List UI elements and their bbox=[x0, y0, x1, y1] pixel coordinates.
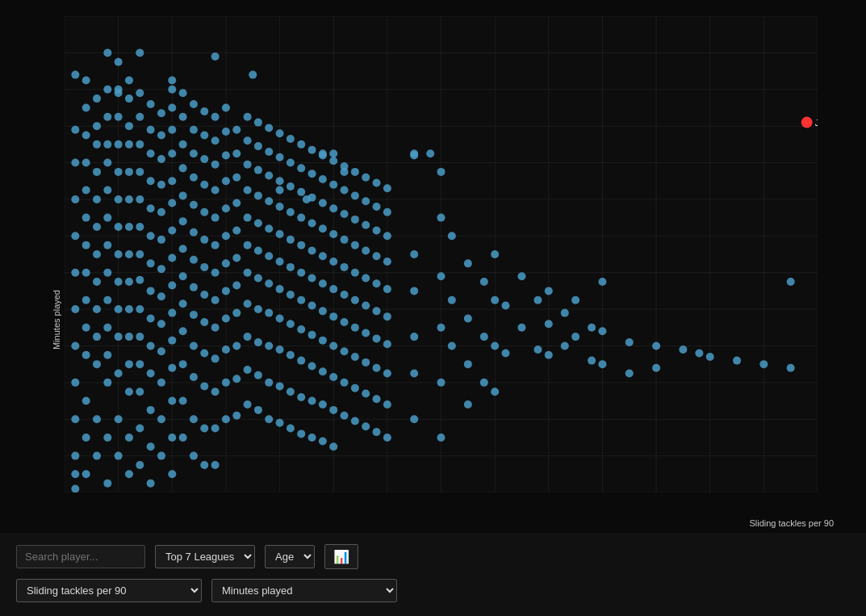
svg-point-127 bbox=[125, 94, 133, 103]
svg-point-471 bbox=[733, 357, 741, 365]
svg-point-115 bbox=[115, 113, 123, 121]
svg-point-62 bbox=[71, 195, 79, 203]
svg-point-342 bbox=[308, 246, 316, 254]
svg-point-182 bbox=[168, 76, 176, 84]
svg-point-191 bbox=[168, 309, 176, 317]
svg-point-112 bbox=[103, 480, 111, 488]
controls-panel: Top 7 LeaguesAll LeaguesTop 5 Leagues Ag… bbox=[0, 533, 866, 616]
svg-point-128 bbox=[125, 122, 133, 130]
svg-point-108 bbox=[103, 324, 111, 332]
svg-point-365 bbox=[329, 285, 337, 293]
controls-row-1: Top 7 LeaguesAll LeaguesTop 5 Leagues Ag… bbox=[16, 544, 850, 569]
chart-area: Minutes played 8001,0001,2001,4001,6001,… bbox=[0, 0, 866, 533]
svg-point-104 bbox=[103, 214, 111, 222]
svg-point-435 bbox=[448, 342, 456, 350]
svg-point-327 bbox=[297, 140, 305, 149]
svg-point-279 bbox=[244, 300, 252, 308]
svg-point-318 bbox=[287, 182, 295, 191]
svg-point-149 bbox=[136, 305, 144, 313]
svg-point-131 bbox=[125, 195, 133, 203]
svg-point-305 bbox=[276, 129, 284, 137]
x-axis-select[interactable]: Sliding tackles per 90Tackles per 90Inte… bbox=[16, 579, 202, 602]
league-select[interactable]: Top 7 LeaguesAll LeaguesTop 5 Leagues bbox=[155, 545, 255, 568]
svg-point-450 bbox=[517, 324, 525, 332]
svg-point-238 bbox=[211, 161, 220, 169]
svg-point-186 bbox=[168, 177, 176, 185]
svg-point-101 bbox=[103, 140, 111, 149]
svg-point-317 bbox=[287, 159, 295, 167]
svg-point-486 bbox=[319, 149, 327, 157]
svg-point-354 bbox=[319, 279, 327, 287]
svg-point-352 bbox=[319, 224, 327, 233]
svg-point-454 bbox=[545, 320, 553, 328]
svg-point-377 bbox=[341, 318, 349, 326]
svg-point-397 bbox=[362, 329, 370, 337]
svg-point-139 bbox=[125, 434, 133, 442]
svg-text:J. Branthwaite: J. Branthwaite bbox=[815, 118, 818, 128]
chart-type-button[interactable]: 📊 bbox=[324, 544, 358, 569]
svg-point-140 bbox=[125, 470, 133, 478]
svg-point-434 bbox=[448, 296, 456, 304]
svg-point-452 bbox=[533, 346, 542, 354]
svg-point-251 bbox=[222, 151, 230, 159]
svg-point-280 bbox=[244, 333, 252, 341]
svg-point-226 bbox=[200, 181, 208, 189]
svg-point-65 bbox=[71, 305, 79, 313]
age-select[interactable]: AgeU21U23U25 bbox=[265, 545, 315, 568]
svg-point-219 bbox=[190, 342, 198, 350]
svg-point-213 bbox=[190, 174, 198, 182]
svg-point-356 bbox=[319, 337, 327, 345]
svg-point-462 bbox=[598, 327, 606, 335]
svg-point-116 bbox=[115, 140, 123, 149]
svg-point-307 bbox=[276, 177, 284, 185]
svg-point-283 bbox=[254, 119, 262, 127]
svg-point-150 bbox=[136, 333, 144, 341]
svg-point-333 bbox=[297, 296, 305, 304]
svg-point-119 bbox=[115, 223, 123, 231]
svg-point-290 bbox=[254, 305, 262, 313]
svg-point-387 bbox=[351, 324, 359, 332]
svg-point-98 bbox=[93, 452, 101, 460]
svg-point-265 bbox=[232, 227, 241, 235]
svg-point-472 bbox=[759, 360, 768, 368]
y-axis-select[interactable]: Minutes playedGoalsAssistsxGPasses per 9… bbox=[211, 579, 397, 602]
svg-point-296 bbox=[265, 171, 273, 179]
svg-point-125 bbox=[115, 415, 123, 423]
svg-point-328 bbox=[297, 164, 305, 172]
svg-point-431 bbox=[437, 379, 446, 387]
svg-point-236 bbox=[211, 113, 220, 121]
search-input[interactable] bbox=[16, 545, 145, 568]
svg-point-178 bbox=[157, 347, 165, 355]
svg-point-148 bbox=[136, 276, 144, 284]
svg-point-263 bbox=[232, 174, 241, 182]
svg-point-343 bbox=[308, 274, 316, 283]
svg-point-308 bbox=[276, 203, 284, 211]
svg-point-339 bbox=[308, 170, 316, 178]
svg-point-121 bbox=[115, 278, 123, 286]
svg-point-102 bbox=[103, 159, 111, 167]
svg-point-138 bbox=[125, 388, 133, 396]
svg-point-192 bbox=[168, 337, 176, 345]
svg-point-256 bbox=[222, 287, 230, 295]
svg-point-87 bbox=[93, 122, 101, 130]
svg-point-162 bbox=[147, 287, 155, 295]
svg-point-161 bbox=[147, 259, 155, 267]
svg-point-473 bbox=[787, 364, 795, 372]
svg-point-470 bbox=[706, 353, 714, 361]
svg-point-142 bbox=[136, 113, 144, 121]
svg-point-187 bbox=[168, 199, 176, 207]
svg-point-415 bbox=[383, 285, 391, 293]
svg-point-433 bbox=[448, 232, 456, 240]
svg-point-159 bbox=[147, 204, 155, 212]
svg-point-364 bbox=[329, 258, 337, 266]
svg-point-80 bbox=[82, 296, 90, 304]
svg-point-274 bbox=[244, 161, 252, 169]
svg-point-460 bbox=[588, 324, 596, 332]
svg-point-261 bbox=[232, 126, 241, 134]
svg-point-201 bbox=[179, 191, 187, 199]
svg-point-309 bbox=[276, 230, 284, 238]
svg-point-79 bbox=[82, 269, 90, 277]
svg-point-448 bbox=[501, 350, 509, 358]
svg-point-438 bbox=[464, 360, 472, 368]
svg-point-426 bbox=[410, 415, 418, 423]
